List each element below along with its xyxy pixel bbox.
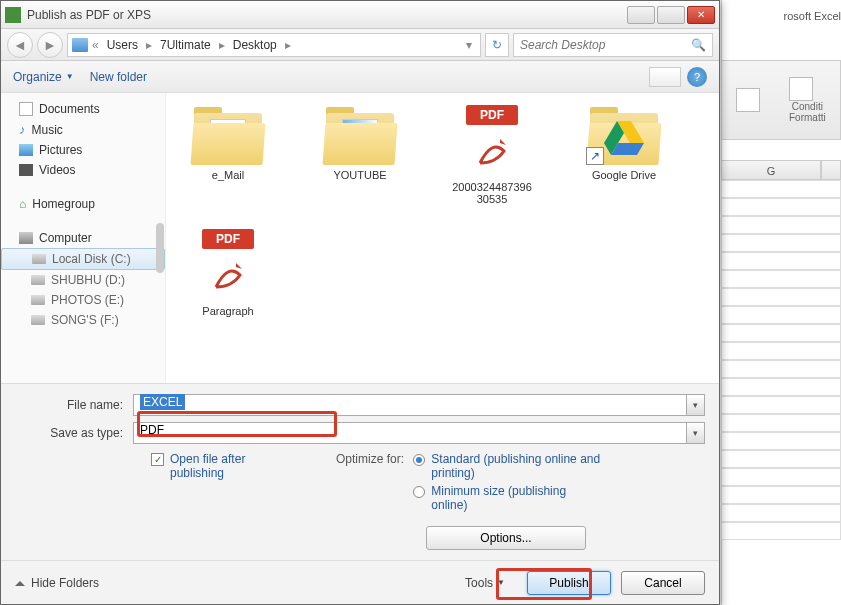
folder-icon bbox=[324, 105, 396, 163]
file-pdf-number[interactable]: PDF 2000324487396 30535 bbox=[442, 105, 542, 205]
excel-background: rosoft Excel Conditi Formatti G bbox=[721, 0, 841, 605]
titlebar[interactable]: Publish as PDF or XPS ✕ bbox=[1, 1, 719, 29]
chevron-right-icon[interactable]: ▸ bbox=[217, 38, 227, 52]
publish-button[interactable]: Publish bbox=[527, 571, 611, 595]
excel-grid: G bbox=[721, 160, 841, 540]
sidebar-homegroup[interactable]: ⌂Homegroup bbox=[1, 194, 165, 214]
file-pane[interactable]: e_Mail YOUTUBE PDF 2000324487396 30535 ↗ bbox=[166, 93, 719, 383]
cancel-button[interactable]: Cancel bbox=[621, 571, 705, 595]
forward-button[interactable]: ► bbox=[37, 32, 63, 58]
homegroup-icon: ⌂ bbox=[19, 197, 26, 211]
folder-icon: ↗ bbox=[588, 105, 660, 163]
dialog-title: Publish as PDF or XPS bbox=[27, 8, 627, 22]
search-box[interactable]: 🔍 bbox=[513, 33, 713, 57]
radio-icon bbox=[413, 454, 425, 466]
close-button[interactable]: ✕ bbox=[687, 6, 715, 24]
dialog-footer: Hide Folders Tools ▼ Publish Cancel bbox=[1, 560, 719, 604]
pdf-icon: PDF bbox=[458, 105, 526, 175]
refresh-button[interactable]: ↻ bbox=[485, 33, 509, 57]
sidebar-drive-c[interactable]: Local Disk (C:) bbox=[1, 248, 165, 270]
sidebar-videos[interactable]: Videos bbox=[1, 160, 165, 180]
crumb-desktop[interactable]: Desktop bbox=[229, 38, 281, 52]
sidebar-documents[interactable]: Documents bbox=[1, 99, 165, 119]
bottom-panel: File name: EXCEL ▾ Save as type: PDF ▾ ✓… bbox=[1, 383, 719, 560]
navigation-bar: ◄ ► « Users ▸ 7Ultimate ▸ Desktop ▸ ▾ ↻ … bbox=[1, 29, 719, 61]
excel-app-icon bbox=[5, 7, 21, 23]
drive-icon bbox=[32, 254, 46, 264]
breadcrumb-dropdown[interactable]: ▾ bbox=[462, 38, 476, 52]
hide-folders-button[interactable]: Hide Folders bbox=[15, 576, 99, 590]
chevron-down-icon: ▼ bbox=[497, 578, 505, 587]
organize-button[interactable]: Organize ▼ bbox=[13, 70, 74, 84]
drive-icon bbox=[31, 315, 45, 325]
open-after-checkbox[interactable]: ✓ Open file after publishing bbox=[151, 452, 336, 480]
sidebar-music[interactable]: ♪Music bbox=[1, 119, 165, 140]
pictures-icon bbox=[19, 144, 33, 156]
checkbox-icon: ✓ bbox=[151, 453, 164, 466]
savetype-input[interactable]: PDF bbox=[133, 422, 687, 444]
folder-google-drive[interactable]: ↗ Google Drive bbox=[574, 105, 674, 205]
radio-icon bbox=[413, 486, 425, 498]
location-icon bbox=[72, 38, 88, 52]
chevron-right-icon[interactable]: ▸ bbox=[144, 38, 154, 52]
filename-dropdown[interactable]: ▾ bbox=[687, 394, 705, 416]
drive-icon bbox=[31, 295, 45, 305]
sidebar-drive-e[interactable]: PHOTOS (E:) bbox=[1, 290, 165, 310]
radio-minimum[interactable]: Minimum size (publishing online) bbox=[413, 484, 601, 512]
view-mode-button[interactable] bbox=[649, 67, 681, 87]
chevron-right-icon[interactable]: « bbox=[90, 38, 101, 52]
maximize-button[interactable] bbox=[657, 6, 685, 24]
music-icon: ♪ bbox=[19, 122, 26, 137]
radio-standard[interactable]: Standard (publishing online and printing… bbox=[413, 452, 601, 480]
sidebar-pictures[interactable]: Pictures bbox=[1, 140, 165, 160]
computer-icon bbox=[19, 232, 33, 244]
sidebar-computer[interactable]: Computer bbox=[1, 228, 165, 248]
sidebar: Documents ♪Music Pictures Videos ⌂Homegr… bbox=[1, 93, 166, 383]
savetype-label: Save as type: bbox=[15, 426, 133, 440]
column-header-g[interactable]: G bbox=[721, 160, 821, 180]
file-paragraph-pdf[interactable]: PDF Paragraph bbox=[178, 229, 278, 317]
folder-icon bbox=[192, 105, 264, 163]
help-button[interactable]: ? bbox=[687, 67, 707, 87]
shortcut-icon: ↗ bbox=[586, 147, 604, 165]
sidebar-drive-d[interactable]: SHUBHU (D:) bbox=[1, 270, 165, 290]
minimize-button[interactable] bbox=[627, 6, 655, 24]
chevron-down-icon: ▼ bbox=[66, 72, 74, 81]
new-folder-button[interactable]: New folder bbox=[90, 70, 147, 84]
conditional-formatting-icon bbox=[789, 77, 813, 101]
folder-email[interactable]: e_Mail bbox=[178, 105, 278, 205]
savetype-dropdown[interactable]: ▾ bbox=[687, 422, 705, 444]
excel-app-title: rosoft Excel bbox=[784, 10, 841, 22]
crumb-users[interactable]: Users bbox=[103, 38, 142, 52]
back-button[interactable]: ◄ bbox=[7, 32, 33, 58]
videos-icon bbox=[19, 164, 33, 176]
documents-icon bbox=[19, 102, 33, 116]
chevron-right-icon[interactable]: ▸ bbox=[283, 38, 293, 52]
sidebar-scrollbar[interactable] bbox=[156, 223, 164, 273]
search-input[interactable] bbox=[520, 38, 691, 52]
options-button[interactable]: Options... bbox=[426, 526, 586, 550]
optimize-label: Optimize for: bbox=[336, 452, 404, 466]
drive-icon bbox=[31, 275, 45, 285]
excel-ribbon: Conditi Formatti bbox=[721, 60, 841, 140]
filename-input[interactable]: EXCEL bbox=[133, 394, 687, 416]
decimal-icon bbox=[736, 88, 760, 112]
search-icon[interactable]: 🔍 bbox=[691, 38, 706, 52]
publish-dialog: Publish as PDF or XPS ✕ ◄ ► « Users ▸ 7U… bbox=[0, 0, 720, 605]
breadcrumb[interactable]: « Users ▸ 7Ultimate ▸ Desktop ▸ ▾ bbox=[67, 33, 481, 57]
sidebar-drive-f[interactable]: SONG'S (F:) bbox=[1, 310, 165, 330]
crumb-7ultimate[interactable]: 7Ultimate bbox=[156, 38, 215, 52]
tools-dropdown[interactable]: Tools ▼ bbox=[465, 576, 505, 590]
filename-label: File name: bbox=[15, 398, 133, 412]
caret-up-icon bbox=[15, 576, 25, 586]
toolbar: Organize ▼ New folder ? bbox=[1, 61, 719, 93]
folder-youtube[interactable]: YOUTUBE bbox=[310, 105, 410, 205]
pdf-icon: PDF bbox=[194, 229, 262, 299]
